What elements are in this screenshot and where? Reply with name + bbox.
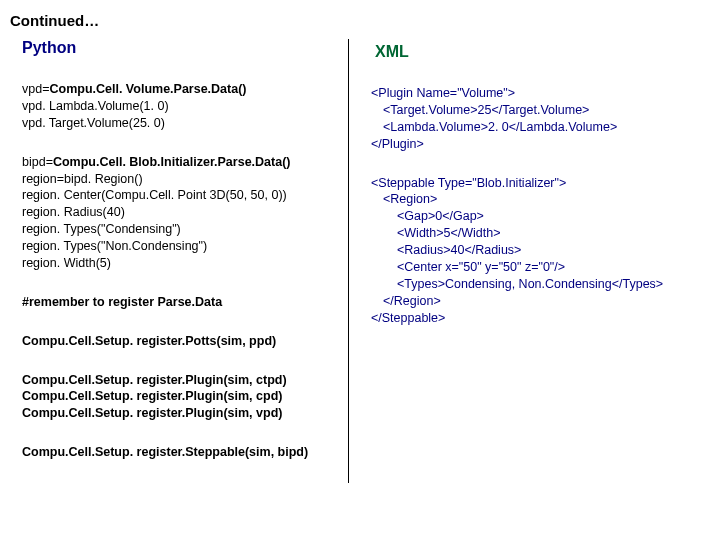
xml-column: XML <Plugin Name="Volume"> <Target.Volum…: [349, 39, 702, 483]
code-text: region. Types("Non.Condensing"): [22, 238, 338, 255]
code-bold: Compu.Cell.Setup. register.Plugin(sim, c…: [22, 388, 338, 405]
code-text: region=bipd. Region(): [22, 171, 338, 188]
register-block-1: Compu.Cell.Setup. register.Potts(sim, pp…: [22, 333, 338, 350]
python-heading: Python: [22, 39, 338, 57]
code-bold: Compu.Cell. Volume.Parse.Data(): [49, 82, 246, 96]
code-bold: Compu.Cell.Setup. register.Plugin(sim, c…: [22, 372, 338, 389]
xml-text: <Width>5</Width>: [371, 225, 702, 242]
xml-text: <Types>Condensing, Non.Condensing</Types…: [371, 276, 702, 293]
code-text: vpd. Target.Volume(25. 0): [22, 115, 338, 132]
python-block-1: vpd=Compu.Cell. Volume.Parse.Data() vpd.…: [22, 81, 338, 132]
code-bold: Compu.Cell.Setup. register.Plugin(sim, v…: [22, 405, 338, 422]
code-bold: Compu.Cell. Blob.Initializer.Parse.Data(…: [53, 155, 291, 169]
code-text: bipd=: [22, 155, 53, 169]
code-bold: Compu.Cell.Setup. register.Steppable(sim…: [22, 444, 338, 461]
python-column: Python vpd=Compu.Cell. Volume.Parse.Data…: [8, 39, 348, 483]
xml-text: <Lambda.Volume>2. 0</Lambda.Volume>: [371, 119, 702, 136]
xml-text: </Region>: [371, 293, 702, 310]
xml-text: <Radius>40</Radius>: [371, 242, 702, 259]
register-block-2: Compu.Cell.Setup. register.Plugin(sim, c…: [22, 372, 338, 423]
xml-text: </Plugin>: [371, 136, 702, 153]
xml-text: <Plugin Name="Volume">: [371, 85, 702, 102]
register-block-3: Compu.Cell.Setup. register.Steppable(sim…: [22, 444, 338, 461]
xml-heading: XML: [371, 43, 702, 61]
python-block-2: bipd=Compu.Cell. Blob.Initializer.Parse.…: [22, 154, 338, 272]
two-column-layout: Python vpd=Compu.Cell. Volume.Parse.Data…: [8, 39, 702, 483]
xml-block-1: <Plugin Name="Volume"> <Target.Volume>25…: [371, 85, 702, 153]
xml-text: <Gap>0</Gap>: [371, 208, 702, 225]
code-text: region. Width(5): [22, 255, 338, 272]
xml-text: <Region>: [371, 191, 702, 208]
code-text: region. Types("Condensing"): [22, 221, 338, 238]
xml-block-2: <Steppable Type="Blob.Initializer"> <Reg…: [371, 175, 702, 327]
code-bold: Compu.Cell.Setup. register.Potts(sim, pp…: [22, 333, 338, 350]
code-text: region. Radius(40): [22, 204, 338, 221]
xml-text: <Target.Volume>25</Target.Volume>: [371, 102, 702, 119]
xml-text: <Center x="50" y="50" z="0"/>: [371, 259, 702, 276]
xml-text: </Steppable>: [371, 310, 702, 327]
code-text: vpd. Lambda.Volume(1. 0): [22, 98, 338, 115]
remember-note: #remember to register Parse.Data: [22, 294, 338, 311]
code-text: vpd=: [22, 82, 49, 96]
xml-text: <Steppable Type="Blob.Initializer">: [371, 175, 702, 192]
slide-title: Continued…: [8, 12, 702, 29]
code-text: region. Center(Compu.Cell. Point 3D(50, …: [22, 187, 338, 204]
